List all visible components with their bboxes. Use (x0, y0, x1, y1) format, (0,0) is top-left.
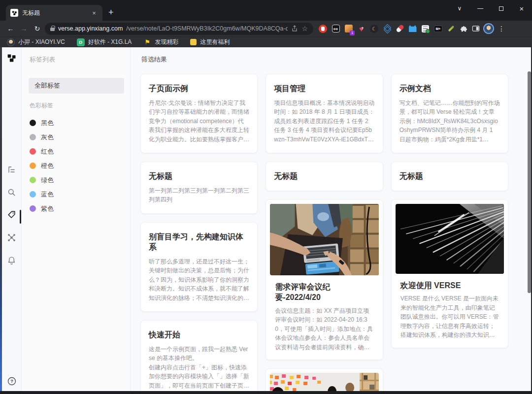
tag-item[interactable]: 蓝色 (29, 187, 124, 201)
layers-extension-icon[interactable] (381, 23, 393, 34)
note-card[interactable]: 需求评审会议纪要-2022/4/20会议信息主题：如 XX 产品项目立项评审会议… (266, 199, 383, 361)
tag-item[interactable]: 黑色 (29, 116, 124, 130)
note-card[interactable]: 快速开始这是一个示例页面，跟我一起熟悉 Verse 的基本操作吧。 创建内容点击… (140, 320, 258, 394)
browser-toolbar: ← → ↻ verse.app.yinxiang.com /verse/note… (0, 21, 532, 36)
note-card[interactable]: 无标题 (266, 162, 383, 191)
link-extension-icon[interactable] (445, 23, 457, 34)
sidebar-toggle-icon[interactable] (469, 25, 482, 32)
bell-icon[interactable] (7, 255, 17, 265)
glasses-extension-icon[interactable]: oo (330, 23, 341, 34)
menu-kebab-icon[interactable]: ⋮ (495, 25, 508, 33)
note-card[interactable]: 子页面示例丹尼尔·戈尔曼说：情绪智力决定了我们学习自控等基础能力的潜能，而情绪竞… (140, 74, 258, 153)
filter-results-panel: 筛选结果 子页面示例丹尼尔·戈尔曼说：情绪智力决定了我们学习自控等基础能力的潜能… (131, 47, 532, 394)
bookmark-item[interactable]: 这里有福利 (190, 38, 230, 46)
tag-label: 黑色 (41, 119, 54, 128)
d-bookmark-icon: D (77, 38, 85, 46)
note-card[interactable]: 无标题 (391, 162, 508, 191)
note-card-title: 无标题 (399, 171, 500, 182)
card-column: 项目管理项目信息项目概况：基本情况说明启动时间：如 2018 年 8 月 1 日… (266, 74, 383, 394)
url-path: /verse/note/LaO-t9SMRWyB3Ik2C0gm6w/MQK9D… (126, 25, 288, 32)
tags-panel-title: 标签列表 (30, 55, 124, 64)
flag-bookmark-icon (143, 38, 151, 46)
back-icon[interactable]: ← (4, 25, 17, 33)
lock-icon (50, 28, 55, 31)
bookmark-star-icon[interactable]: ☆ (301, 25, 308, 33)
window-edge (0, 391, 532, 394)
hand-extension-icon[interactable] (317, 23, 329, 34)
note-card[interactable]: 无标题第一列第二列第三列第一列第二列第三列第四列 (140, 162, 258, 214)
tag-color-dot (30, 163, 36, 169)
tag-item[interactable]: 红色 (29, 144, 124, 159)
tag-label: 绿色 (41, 176, 54, 185)
address-bar[interactable]: verse.app.yinxiang.com /verse/note/LaO-t… (45, 23, 313, 35)
extensions-puzzle-icon[interactable] (457, 25, 469, 33)
close-button[interactable]: × (511, 0, 532, 17)
app-icon-rail: ? (2, 47, 22, 394)
note-card-preview: 丹尼尔·戈尔曼说：情绪智力决定了我们学习自控等基础能力的潜能，而情绪竞争力（em… (149, 98, 249, 144)
tag-color-dot (30, 148, 36, 155)
verse-favicon (10, 9, 18, 17)
tag-item[interactable]: 绿色 (29, 173, 124, 187)
bookmark-item[interactable]: 小羿 - XIAOYI.VC (7, 38, 65, 46)
note-card-title: 欢迎使用 VERSE (400, 280, 499, 291)
tags-panel: 标签列表 全部标签 色彩标签 黑色灰色红色橙色绿色蓝色紫色 (22, 47, 131, 394)
moon-extension-icon[interactable]: ☾ (368, 23, 380, 34)
markdown-extension-icon[interactable]: M+ (432, 23, 444, 34)
note-card-title: 别盲目学习，先构建知识体系 (149, 231, 249, 253)
cat-extension-icon[interactable] (407, 23, 418, 34)
verse-logo (7, 53, 17, 63)
note-card-preview: 项目信息项目概况：基本情况说明启动时间：如 2018 年 8 月 1 日项目成员… (274, 98, 374, 144)
reload-icon[interactable]: ↻ (31, 25, 44, 33)
tag-icon[interactable] (7, 210, 17, 220)
share-icon[interactable] (291, 25, 298, 32)
heart-extension-icon[interactable]: ♥ (356, 23, 367, 34)
tab-strip: 无标题 × + ∨ — × (0, 0, 532, 21)
note-card[interactable]: 项目管理项目信息项目概况：基本情况说明启动时间：如 2018 年 8 月 1 日… (266, 74, 383, 153)
browser-tab[interactable]: 无标题 × (6, 5, 102, 21)
note-card-preview: 第一列第二列第三列第一列第二列第三列第四列 (149, 186, 249, 204)
tag-color-dot (30, 177, 36, 183)
tag-color-dot (30, 120, 36, 126)
minimize-button[interactable]: — (470, 0, 491, 17)
tag-label: 灰色 (41, 133, 54, 142)
all-tags-item[interactable]: 全部标签 (29, 78, 124, 94)
help-icon[interactable]: ? (7, 376, 17, 386)
tag-list: 黑色灰色红色橙色绿色蓝色紫色 (29, 116, 124, 216)
color-tags-section-label: 色彩标签 (30, 101, 124, 110)
note-card[interactable]: 别盲目学习，先构建知识体系听了那么多道理，还是过不好这一生；关键时刻做出的决策，… (140, 222, 258, 312)
list-extension-icon[interactable] (420, 23, 431, 34)
tab-search-icon[interactable]: ∨ (449, 0, 470, 17)
tag-item[interactable]: 紫色 (29, 201, 124, 216)
bookmark-label: 这里有福利 (200, 38, 230, 46)
url-host: verse.app.yinxiang.com (58, 25, 123, 32)
window-controls: ∨ — × (449, 0, 532, 17)
tab-close-icon[interactable]: × (90, 9, 98, 17)
clipper-extension-icon[interactable]: 1 (343, 23, 354, 34)
note-card-preview: 写文档、记笔记……你能想到的写作场景，都可以用 Verse 轻松完成！文章示例：… (399, 98, 500, 144)
avatar-bookmark-icon (7, 38, 15, 46)
outline-list-icon[interactable] (7, 164, 17, 174)
pill-extension-icon[interactable] (394, 23, 405, 34)
tag-label: 蓝色 (41, 190, 54, 199)
note-card-title: 项目管理 (274, 83, 374, 94)
tag-item[interactable]: 橙色 (29, 159, 124, 173)
note-card-grid: 子页面示例丹尼尔·戈尔曼说：情绪智力决定了我们学习自控等基础能力的潜能，而情绪竞… (140, 74, 508, 394)
scrollbar-thumb[interactable] (528, 71, 531, 293)
note-card[interactable] (266, 368, 383, 394)
note-card[interactable]: 欢迎使用 VERSEVERSE 是什么 VERSE 是一款面向未来的智能化生产力… (391, 199, 508, 348)
profile-avatar[interactable] (482, 23, 495, 34)
bookmark-item[interactable]: D好软件 - X1G.LA (77, 38, 132, 46)
maximize-button[interactable] (491, 0, 511, 17)
filter-results-header: 筛选结果 (141, 55, 508, 64)
new-tab-button[interactable]: + (108, 7, 114, 18)
bookmark-item[interactable]: 发现精彩 (143, 38, 178, 46)
search-icon[interactable] (7, 187, 17, 197)
tag-label: 红色 (41, 147, 54, 156)
verse-app: ? 标签列表 全部标签 色彩标签 黑色灰色红色橙色绿色蓝色紫色 筛选结果 子页面… (0, 47, 532, 394)
forward-icon[interactable]: → (17, 25, 31, 33)
tag-label: 紫色 (41, 204, 54, 213)
graph-icon[interactable] (7, 232, 17, 242)
note-card[interactable]: 示例文档写文档、记笔记……你能想到的写作场景，都可以用 Verse 轻松完成！文… (391, 74, 508, 153)
tag-item[interactable]: 灰色 (29, 130, 124, 144)
abstract-photo (396, 204, 504, 274)
